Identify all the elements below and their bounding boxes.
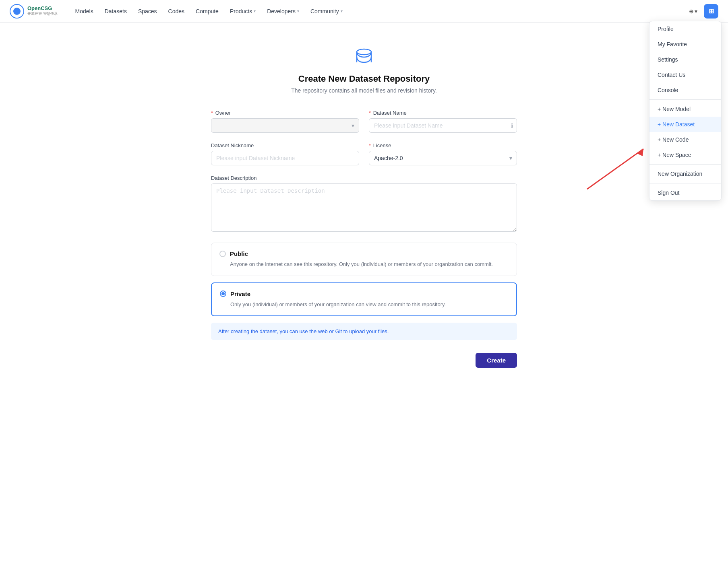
- dropdown-divider-1: [649, 99, 721, 100]
- info-text: After creating the dataset, you can use …: [218, 328, 510, 334]
- info-box: After creating the dataset, you can use …: [211, 323, 517, 340]
- description-group: Dataset Description: [211, 175, 517, 233]
- page-header: Create New Dataset Repository The reposi…: [211, 47, 517, 94]
- nav-spaces[interactable]: Spaces: [133, 6, 162, 17]
- owner-select[interactable]: [211, 118, 359, 133]
- user-dropdown-menu: Profile My Favorite Settings Contact Us …: [649, 21, 722, 201]
- public-radio-card[interactable]: Public Anyone on the internet can see th…: [211, 243, 517, 276]
- chevron-down-icon: ▾: [341, 9, 343, 13]
- page-subtitle: The repository contains all model files …: [211, 87, 517, 94]
- nav-datasets[interactable]: Datasets: [100, 6, 132, 17]
- private-radio-card[interactable]: Private Only you (individual) or members…: [211, 282, 517, 317]
- nav-products[interactable]: Products▾: [225, 6, 261, 17]
- logo-sub: 开源开智 智慧传承: [27, 11, 58, 16]
- dropdown-console[interactable]: Console: [649, 82, 721, 98]
- dropdown-divider-2: [649, 164, 721, 165]
- avatar-icon: ⊞: [709, 7, 714, 15]
- description-label: Dataset Description: [211, 175, 517, 181]
- dropdown-settings[interactable]: Settings: [649, 52, 721, 67]
- nav-compute[interactable]: Compute: [191, 6, 223, 17]
- description-input[interactable]: [211, 183, 517, 232]
- svg-line-0: [587, 149, 643, 189]
- arrow-indicator: [583, 145, 647, 194]
- private-radio-description: Only you (individual) or members of your…: [220, 301, 508, 309]
- chevron-down-icon: ▾: [297, 9, 299, 13]
- nickname-input[interactable]: [211, 151, 359, 165]
- button-row: Create: [211, 353, 517, 368]
- language-button[interactable]: ⊕ ▾: [686, 6, 701, 16]
- logo[interactable]: OpenCSG 开源开智 智慧传承: [10, 4, 58, 19]
- dataset-name-input[interactable]: [369, 118, 517, 133]
- owner-label: * Owner: [211, 110, 359, 116]
- dropdown-new-space[interactable]: + New Space: [649, 147, 721, 163]
- license-group: * License Apache-2.0 MIT GPL-3.0 ▾: [369, 142, 517, 165]
- nav-codes[interactable]: Codes: [163, 6, 189, 17]
- nav-right: ⊕ ▾ ⊞: [686, 4, 718, 19]
- dropdown-new-dataset[interactable]: + New Dataset: [649, 117, 721, 132]
- license-select[interactable]: Apache-2.0 MIT GPL-3.0: [369, 151, 517, 165]
- dropdown-my-favorite[interactable]: My Favorite: [649, 37, 721, 52]
- main-content: Create New Dataset Repository The reposi…: [203, 23, 525, 400]
- dataset-name-label: * Dataset Name: [369, 110, 517, 116]
- avatar-button[interactable]: ⊞: [704, 4, 718, 19]
- nav-models[interactable]: Models: [70, 6, 98, 17]
- database-icon: [211, 47, 517, 69]
- logo-icon: [10, 4, 24, 19]
- public-radio-description: Anyone on the internet can see this repo…: [219, 260, 509, 268]
- create-button[interactable]: Create: [476, 353, 517, 368]
- dropdown-profile[interactable]: Profile: [649, 21, 721, 37]
- public-radio-label: Public: [230, 250, 248, 257]
- navbar: OpenCSG 开源开智 智慧传承 Models Datasets Spaces…: [0, 0, 728, 23]
- nav-developers[interactable]: Developers▾: [262, 6, 304, 17]
- dropdown-divider-3: [649, 183, 721, 183]
- owner-group: * Owner ▾: [211, 110, 359, 133]
- public-radio-button: [219, 251, 226, 257]
- nickname-label: Dataset Nickname: [211, 142, 359, 148]
- dataset-name-group: * Dataset Name ℹ: [369, 110, 517, 133]
- svg-marker-1: [637, 149, 643, 156]
- logo-name: OpenCSG: [27, 6, 58, 11]
- private-radio-label: Private: [230, 290, 250, 297]
- nav-community[interactable]: Community▾: [306, 6, 347, 17]
- dropdown-new-organization[interactable]: New Organization: [649, 166, 721, 181]
- dropdown-new-model[interactable]: + New Model: [649, 101, 721, 117]
- nickname-group: Dataset Nickname: [211, 142, 359, 165]
- dropdown-new-code[interactable]: + New Code: [649, 132, 721, 147]
- info-icon: ℹ: [511, 122, 513, 129]
- page-title: Create New Dataset Repository: [211, 74, 517, 84]
- dropdown-contact-us[interactable]: Contact Us: [649, 67, 721, 82]
- license-label: * License: [369, 142, 517, 148]
- dropdown-sign-out[interactable]: Sign Out: [649, 185, 721, 200]
- svg-point-2: [357, 49, 371, 55]
- nav-links: Models Datasets Spaces Codes Compute Pro…: [70, 6, 686, 17]
- owner-dataset-row: * Owner ▾ * Dataset Name ℹ: [211, 110, 517, 133]
- private-radio-button: [220, 290, 226, 297]
- chevron-down-icon: ▾: [254, 9, 256, 13]
- nickname-license-row: Dataset Nickname * License Apache-2.0 MI…: [211, 142, 517, 165]
